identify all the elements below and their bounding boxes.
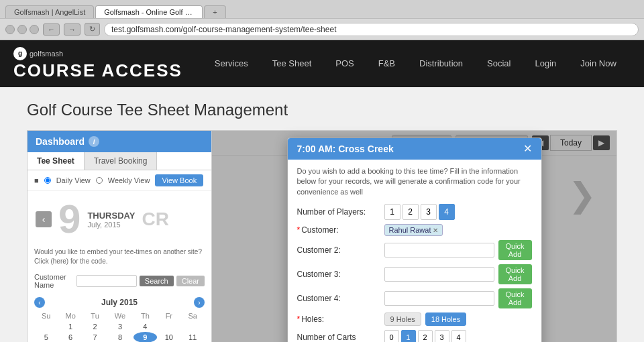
carts-btn-1[interactable]: 1 [401,330,416,342]
customer2-row: Customer 2: Quick Add [297,240,532,260]
cal-day[interactable]: 7 [83,332,107,342]
customer1-remove[interactable]: ✕ [433,227,438,234]
customer1-tag: Rahul Rawat ✕ [384,224,443,236]
logo-small: g golfsmash [13,47,182,60]
nav-pos[interactable]: POS [323,40,366,87]
tab-teesheet[interactable]: Tee Sheet [28,152,85,170]
dashboard-area: Dashboard i Tee Sheet Travel Booking ■ D… [27,130,617,342]
customer2-label: Customer 2: [297,245,384,255]
nav-distribution[interactable]: Distribution [407,40,475,87]
nav-services[interactable]: Services [203,40,260,87]
players-row: Number of Players: 1 2 3 4 [297,204,532,220]
course-code: CR [142,209,168,230]
holes-buttons: 9 Holes 18 Holes [384,312,467,326]
info-icon[interactable]: i [89,136,99,147]
holes-label: Holes: [297,315,384,324]
quick-add-4-btn[interactable]: Quick Add [498,288,532,308]
right-panel: Hide Online Print Tee Sheet ◀ Today ▶ ❯ … [211,130,617,342]
customer3-input[interactable] [384,267,494,282]
site-header: g golfsmash COURSE ACCESS Services Tee S… [0,40,644,87]
carts-btn-3[interactable]: 3 [435,330,449,342]
daily-view-label: Daily View [56,176,91,184]
tab-2[interactable]: Golfsmash - Online Golf C... [95,5,203,18]
view-book-btn[interactable]: View Book [155,174,203,186]
customer-name-label: Customer Name [34,273,74,289]
browser-bar: ← → ↻ test.golfsmash.com/golf-course-man… [0,19,644,40]
players-btn-3[interactable]: 3 [421,204,437,220]
players-btn-1[interactable]: 1 [384,204,400,220]
tab-bar: Golfsmash | AngelList Golfsmash - Online… [0,0,644,19]
cal-day[interactable]: 6 [58,332,83,342]
search-btn[interactable]: Search [140,276,174,286]
carts-btn-4[interactable]: 4 [451,330,466,342]
cal-day-header: We [107,310,133,321]
customer4-input[interactable] [384,291,494,306]
cal-day[interactable]: 8 [107,332,133,342]
cal-day[interactable]: 3 [107,321,133,332]
nav-joinnow[interactable]: Join Now [568,40,628,87]
date-info: THURSDAY July, 2015 [87,211,135,229]
forward-btn[interactable]: → [64,23,80,36]
cal-day [34,321,58,332]
carts-btn-0[interactable]: 0 [384,330,399,342]
nav-teesheet[interactable]: Tee Sheet [260,40,324,87]
page-title: Golf Course Tee Sheet Management [27,101,617,119]
cal-day[interactable]: 9 [133,332,157,342]
holes-18-btn[interactable]: 18 Holes [425,312,466,326]
nav-social[interactable]: Social [475,40,523,87]
booking-modal: 7:00 AM: Cross Creek ✕ Do you wish to ad… [287,137,542,342]
cal-header: ‹ July 2015 › [34,297,205,308]
cal-day-header: Mo [58,310,83,321]
cal-day-header: Tu [83,310,107,321]
tab-travel[interactable]: Travel Booking [85,152,158,170]
cal-day-header: Th [133,310,157,321]
cal-day[interactable]: 10 [157,332,180,342]
date-day: THURSDAY [87,211,135,221]
minimize-btn[interactable] [5,25,15,34]
cal-next-btn[interactable]: › [194,297,205,308]
carts-label: Number of Carts [297,333,384,342]
nav-fb[interactable]: F&B [366,40,407,87]
logo-icon: g [13,47,27,60]
modal-overlay: 7:00 AM: Cross Creek ✕ Do you wish to ad… [212,131,616,342]
tab-1[interactable]: Golfsmash | AngelList [5,5,94,18]
back-btn[interactable]: ← [43,23,60,36]
date-prev-btn[interactable]: ‹ [36,211,52,227]
customer2-input[interactable] [384,243,494,258]
quick-add-3-btn[interactable]: Quick Add [498,264,532,284]
date-month: July, 2015 [87,221,135,229]
carts-btn-2[interactable]: 2 [418,330,433,342]
cal-day[interactable]: 1 [58,321,83,332]
modal-header: 7:00 AM: Cross Creek ✕ [288,138,541,160]
cal-day[interactable]: 2 [83,321,107,332]
reload-btn[interactable]: ↻ [85,23,100,36]
search-input[interactable] [76,275,137,287]
players-btn-4[interactable]: 4 [439,204,455,220]
customer1-wrap: Rahul Rawat ✕ [384,224,532,236]
address-bar[interactable]: test.golfsmash.com/golf-course-managemen… [104,23,639,36]
cal-day[interactable]: 4 [133,321,157,332]
cal-day[interactable]: 11 [181,332,205,342]
tab-3[interactable]: + [204,5,225,18]
cal-day[interactable]: 5 [34,332,58,342]
players-buttons: 1 2 3 4 [384,204,455,220]
daily-view-radio[interactable] [44,177,51,184]
cal-prev-btn[interactable]: ‹ [34,297,45,308]
maximize-btn[interactable] [17,25,27,34]
weekly-view-radio[interactable] [96,177,103,184]
holes-9-btn[interactable]: 9 Holes [384,312,421,326]
logo-area: g golfsmash COURSE ACCESS [13,47,182,81]
date-number: 9 [58,199,80,239]
modal-close-btn[interactable]: ✕ [523,144,532,154]
quick-add-2-btn[interactable]: Quick Add [498,240,532,260]
cal-grid: SuMoTuWeThFrSa 1234567891011121314151617… [34,310,205,342]
customer4-row: Customer 4: Quick Add [297,288,532,308]
cal-month: July 2015 [101,298,138,307]
nav-login[interactable]: Login [523,40,568,87]
close-btn[interactable] [30,25,39,34]
clear-btn[interactable]: Clear [176,276,205,286]
modal-title: 7:00 AM: Cross Creek [297,144,394,154]
players-btn-2[interactable]: 2 [402,204,419,220]
cal-day-header: Fr [157,310,180,321]
bullet-icon: ■ [34,176,39,184]
